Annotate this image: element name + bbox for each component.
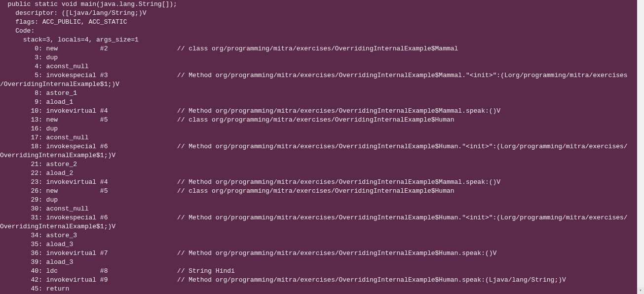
vertical-scrollbar[interactable]: ▾ — [637, 0, 644, 294]
code-line: 10: invokevirtual #4 // Method org/progr… — [0, 107, 637, 116]
code-line: 35: aload_3 — [0, 240, 637, 249]
code-line-wrap: /OverridingInternalExample$1;)V — [0, 80, 637, 89]
code-line: 21: astore_2 — [0, 160, 637, 169]
code-line: 39: aload_3 — [0, 258, 637, 267]
code-line-wrap: OverridingInternalExample$1;)V — [0, 222, 637, 231]
code-line: 26: new #5 // class org/programming/mitr… — [0, 187, 637, 196]
code-line: public static void main(java.lang.String… — [0, 0, 637, 9]
chevron-down-icon: ▾ — [640, 286, 642, 294]
code-line: 18: invokespecial #6 // Method org/progr… — [0, 142, 637, 151]
code-line: 9: aload_1 — [0, 98, 637, 107]
code-line: 45: return — [0, 285, 637, 294]
code-line: 5: invokespecial #3 // Method org/progra… — [0, 71, 637, 80]
code-line: 3: dup — [0, 53, 637, 62]
code-line-wrap: OverridingInternalExample$1;)V — [0, 151, 637, 160]
code-line: 23: invokevirtual #4 // Method org/progr… — [0, 178, 637, 187]
code-line: 22: aload_2 — [0, 169, 637, 178]
code-line: 0: new #2 // class org/programming/mitra… — [0, 44, 637, 53]
code-line: 16: dup — [0, 125, 637, 133]
code-line: 31: invokespecial #6 // Method org/progr… — [0, 213, 637, 222]
code-line: 34: astore_3 — [0, 231, 637, 240]
code-line: flags: ACC_PUBLIC, ACC_STATIC — [0, 18, 637, 27]
code-line: 17: aconst_null — [0, 133, 637, 142]
code-line: stack=3, locals=4, args_size=1 — [0, 36, 637, 44]
code-line: 13: new #5 // class org/programming/mitr… — [0, 116, 637, 125]
code-line: 8: astore_1 — [0, 89, 637, 98]
code-line: 30: aconst_null — [0, 205, 637, 213]
scroll-down-button[interactable]: ▾ — [637, 287, 644, 294]
code-viewer: public static void main(java.lang.String… — [0, 0, 637, 294]
code-line: 36: invokevirtual #7 // Method org/progr… — [0, 249, 637, 258]
code-line: 42: invokevirtual #9 // Method org/progr… — [0, 276, 637, 285]
code-line: Code: — [0, 27, 637, 36]
code-line: 29: dup — [0, 196, 637, 205]
code-line: 4: aconst_null — [0, 62, 637, 71]
code-line: descriptor: ([Ljava/lang/String;)V — [0, 9, 637, 18]
code-line: 40: ldc #8 // String Hindi — [0, 267, 637, 276]
